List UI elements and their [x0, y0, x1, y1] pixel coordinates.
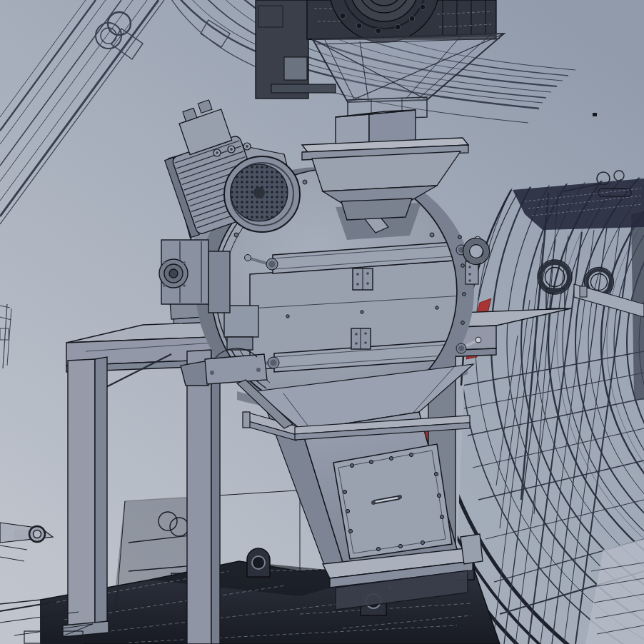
distant-speck [593, 113, 597, 116]
stand-leg-front-left[interactable] [63, 357, 109, 637]
inlet-throat [341, 198, 412, 220]
access-panel[interactable] [333, 444, 452, 559]
stand-leg-rear-left[interactable] [187, 348, 220, 644]
cad-viewport[interactable] [0, 0, 644, 644]
motor-fan-cowl [224, 156, 300, 232]
